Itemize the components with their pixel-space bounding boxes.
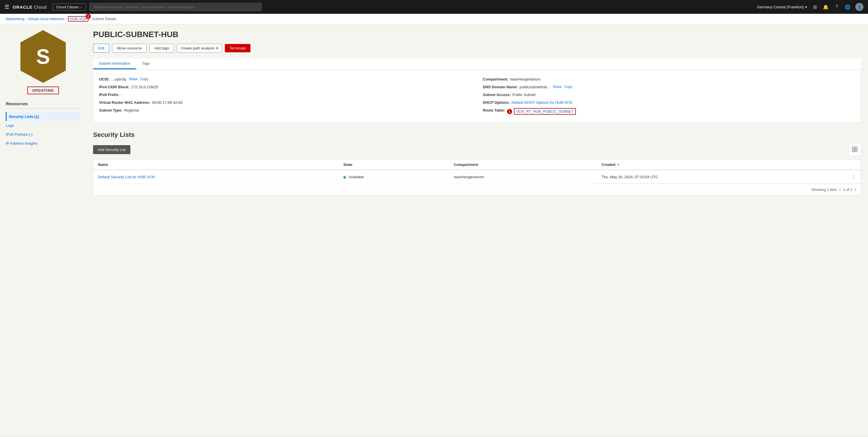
compartment-row: Compartment: IwanHoogendoorn xyxy=(483,75,855,83)
svg-rect-4 xyxy=(855,150,857,152)
col-created[interactable]: Created ▾ xyxy=(597,159,861,170)
breadcrumb-vcn[interactable]: Virtual cloud networks xyxy=(28,17,64,21)
console-icon[interactable]: ⊞ xyxy=(812,4,818,10)
route-table-row: Route Table: 1 VCN_RT_HUB_PUBLIC_SUBNET xyxy=(483,106,855,116)
dhcp-row: DHCP Options: Default DHCP Options for H… xyxy=(483,98,855,106)
avatar[interactable]: 👤 xyxy=(855,3,863,11)
route-table-link[interactable]: VCN_RT_HUB_PUBLIC_SUBNET xyxy=(516,109,574,114)
help-icon[interactable]: ? xyxy=(834,4,840,10)
svg-rect-1 xyxy=(852,147,854,149)
prev-page-icon[interactable]: ‹ xyxy=(839,187,841,192)
sidebar-item-ipv6-prefixes[interactable]: IPv6 Prefixes (-) xyxy=(6,130,81,139)
move-resource-button[interactable]: Move resource xyxy=(112,44,147,53)
left-panel: S UPDATING Resources Security Lists (1) … xyxy=(0,24,86,436)
resources-section: Resources Security Lists (1) Logs IPv6 P… xyxy=(6,101,81,148)
hub-vcn-badge: 2 xyxy=(86,14,91,19)
pagination-bar: Showing 1 item ‹ 1 of 1 › xyxy=(93,184,861,195)
globe-icon[interactable]: 🌐 xyxy=(844,4,851,10)
page-numbers: 1 of 1 xyxy=(843,187,852,192)
security-lists-section: Security Lists Add Security List xyxy=(93,131,861,195)
cloud-classic-button[interactable]: Cloud Classic › xyxy=(53,3,86,11)
sidebar-item-security-lists[interactable]: Security Lists (1) xyxy=(6,112,81,121)
grid-icon xyxy=(852,147,858,152)
col-state[interactable]: State xyxy=(339,159,449,170)
info-right-col: Compartment: IwanHoogendoorn DNS Domain … xyxy=(483,75,855,116)
ocid-row: OCID: ...uybr3q Show Copy xyxy=(99,75,471,83)
bell-icon[interactable]: 🔔 xyxy=(823,4,829,10)
grid-view-button[interactable] xyxy=(848,143,861,156)
terminate-button[interactable]: Terminate xyxy=(225,44,250,52)
subnet-icon: S xyxy=(20,30,66,83)
table-row: Default Security List for HUB-VCN Availa… xyxy=(93,170,861,184)
col-compartment[interactable]: Compartment xyxy=(449,159,597,170)
status-dot xyxy=(343,176,346,179)
info-tabs: Subnet Information Tags xyxy=(93,58,861,69)
subnet-type-row: Subnet Type: Regional xyxy=(99,106,471,114)
breadcrumb-networking[interactable]: Networking xyxy=(6,17,24,21)
hex-container: S xyxy=(6,30,81,83)
oracle-logo: ORACLE Cloud xyxy=(13,5,47,9)
main-container: S UPDATING Resources Security Lists (1) … xyxy=(0,24,868,436)
security-list-link[interactable]: Default Security List for HUB-VCN xyxy=(98,175,155,179)
create-path-analysis-button[interactable]: Create path analysis ▾ xyxy=(177,44,222,53)
security-lists-table: Name State Compartment Created ▾ xyxy=(93,159,861,184)
region-selector[interactable]: Germany Central (Frankfurt) ▾ xyxy=(757,5,807,9)
hex-letter: S xyxy=(36,45,50,68)
page-title: PUBLIC-SUBNET-HUB xyxy=(93,30,861,39)
cell-compartment: IwanHoogendoorn xyxy=(449,170,597,184)
nav-right: Germany Central (Frankfurt) ▾ ⊞ 🔔 ? 🌐 👤 xyxy=(757,3,863,11)
cell-name: Default Security List for HUB-VCN xyxy=(93,170,339,184)
svg-rect-3 xyxy=(852,150,854,152)
sidebar-item-ip-address-insights[interactable]: IP Address Insights xyxy=(6,139,81,148)
route-table-badge: 1 xyxy=(507,109,512,114)
svg-rect-2 xyxy=(855,147,857,149)
security-lists-title: Security Lists xyxy=(93,131,861,139)
add-tags-button[interactable]: Add tags xyxy=(149,44,174,53)
edit-button[interactable]: Edit xyxy=(93,44,109,53)
subnet-access-row: Subnet Access: Public Subnet xyxy=(483,91,855,98)
hamburger-menu[interactable]: ☰ xyxy=(5,4,9,10)
info-panel: OCID: ...uybr3q Show Copy IPv4 CIDR Bloc… xyxy=(93,69,861,122)
top-navigation: ☰ ORACLE Cloud Cloud Classic › Germany C… xyxy=(0,0,868,14)
dns-show-link[interactable]: Show xyxy=(553,85,561,89)
tab-tags[interactable]: Tags xyxy=(136,58,155,69)
cell-state: Available xyxy=(339,170,449,184)
ocid-show-link[interactable]: Show xyxy=(129,77,137,81)
ocid-copy-link[interactable]: Copy xyxy=(140,77,148,81)
col-name[interactable]: Name xyxy=(93,159,339,170)
dns-row: DNS Domain Name: publicsubnethub... Show… xyxy=(483,83,855,91)
next-page-icon[interactable]: › xyxy=(855,187,856,192)
tab-subnet-information[interactable]: Subnet Information xyxy=(93,58,136,69)
search-input[interactable] xyxy=(89,3,262,11)
content-panel: PUBLIC-SUBNET-HUB Edit Move resource Add… xyxy=(86,24,868,436)
action-buttons: Edit Move resource Add tags Create path … xyxy=(93,44,861,53)
row-menu-button[interactable]: ⋮ xyxy=(851,174,856,180)
ipv4-row: IPv4 CIDR Block: 172.16.0.128/25 xyxy=(99,83,471,91)
status-badge-container: UPDATING xyxy=(6,87,81,94)
dhcp-link[interactable]: Default DHCP Options for HUB-VCN xyxy=(512,100,572,105)
dns-copy-link[interactable]: Copy xyxy=(564,85,572,89)
pagination-info: Showing 1 item xyxy=(811,187,837,192)
ipv6-row: IPv6 Prefix: - xyxy=(99,91,471,98)
add-security-list-button[interactable]: Add Security List xyxy=(93,145,130,154)
resources-title: Resources xyxy=(6,101,81,109)
breadcrumb-subnet-details: Subnet Details xyxy=(92,17,116,21)
security-toolbar: Add Security List xyxy=(93,143,861,156)
mac-row: Virtual Router MAC Address: 00:00:17:69:… xyxy=(99,98,471,106)
dropdown-arrow-icon: ▾ xyxy=(216,46,218,50)
breadcrumb-hub-vcn[interactable]: HUB-VCN 2 xyxy=(68,16,89,22)
route-table-highlighted: VCN_RT_HUB_PUBLIC_SUBNET xyxy=(514,108,576,115)
sidebar-item-logs[interactable]: Logs xyxy=(6,121,81,130)
info-grid: OCID: ...uybr3q Show Copy IPv4 CIDR Bloc… xyxy=(99,75,855,116)
cell-created: Thu, May 16, 2024, 07:15:04 UTC ⋮ xyxy=(597,170,861,184)
breadcrumb: Networking › Virtual cloud networks › HU… xyxy=(0,14,868,24)
sort-icon[interactable]: ▾ xyxy=(618,163,619,167)
status-badge: UPDATING xyxy=(27,87,59,94)
info-left-col: OCID: ...uybr3q Show Copy IPv4 CIDR Bloc… xyxy=(99,75,471,116)
